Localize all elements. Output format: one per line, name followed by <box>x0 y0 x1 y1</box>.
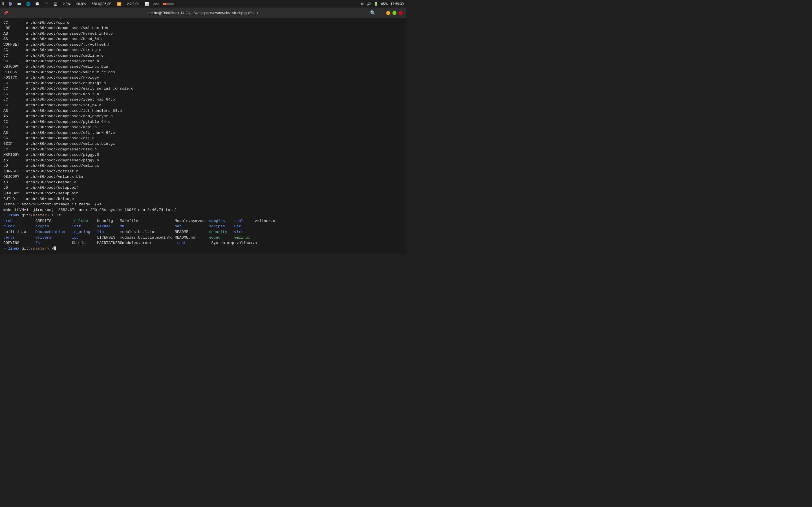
build-line: AS arch/x86/boot/compressed/idt_handlers… <box>3 108 403 114</box>
build-cmd: LD <box>3 163 26 169</box>
ls-row: block crypto init kernel mm net scripts … <box>3 224 403 229</box>
ls-item: mm <box>120 224 174 228</box>
ls-item: drivers <box>35 235 72 240</box>
ls-item: LICENSES <box>97 235 120 240</box>
build-cmd: LD <box>3 185 26 191</box>
ls-item: modules.builtin.modinfo <box>120 235 174 240</box>
build-cmd: MKPIGGY <box>3 152 26 158</box>
build-cmd: GZIP <box>3 141 26 147</box>
ls-item: modules.builtin <box>120 230 174 234</box>
search-icon[interactable]: 🔍 <box>370 10 376 15</box>
build-line: CC arch/x86/boot/compressed/early_serial… <box>3 86 403 92</box>
ls-item: COPYING <box>3 241 35 245</box>
build-line: LD arch/x86/boot/compressed/vmlinux <box>3 163 403 169</box>
volume-icon[interactable]: 🔊 <box>367 2 371 6</box>
prompt-arrow-2: ➜ <box>3 246 6 251</box>
terminal-icon[interactable]: ⌨️ <box>17 1 22 6</box>
prompt-arrow: ➜ <box>3 213 6 217</box>
activity-icon[interactable]: 📊 <box>144 1 149 6</box>
app-icon[interactable]: 📱 <box>44 1 49 6</box>
ls-item: Module.symvers <box>175 219 209 223</box>
ls-item: built-in.a <box>3 230 35 234</box>
build-path: arch/x86/boot/compressed/acpi.o <box>26 125 97 129</box>
disk-label: disk <box>153 2 159 6</box>
disk-bar <box>163 3 174 5</box>
more-icon[interactable]: ··· <box>379 10 383 15</box>
build-cmd: ZOFFSET <box>3 169 26 174</box>
disk-fill <box>163 3 166 5</box>
cpu-stat: 2.0% <box>62 2 71 6</box>
build-path: arch/x86/boot/compressed/vmlinux.bin.gz <box>26 142 115 146</box>
window-controls <box>386 11 403 15</box>
build-cmd: AS <box>3 114 26 119</box>
ls-item: ipc <box>72 235 97 240</box>
build-path: arch/x86/boot/compressed/kaslr.o <box>26 92 99 96</box>
prompt-git-close: ) <box>47 213 49 217</box>
battery-icon[interactable]: 🔋 <box>374 2 378 6</box>
ls-item: samples <box>209 219 234 223</box>
ls-item: README.md <box>175 235 209 240</box>
build-path: arch/x86/boot/compressed/error.o <box>26 59 99 63</box>
build-line: CC arch/x86/boot/compressed/kaslr.o <box>3 92 403 97</box>
build-path: arch/x86/boot/header.o <box>26 180 76 184</box>
build-path: arch/x86/boot/setup.bin <box>26 191 79 195</box>
ls-item: vmlinux.o <box>255 219 277 223</box>
finder-icon[interactable]: 🔮 <box>8 1 13 6</box>
build-path: arch/x86/boot/compressed/early_serial_co… <box>26 87 133 91</box>
ls-item: Makefile <box>120 219 174 223</box>
prompt-git: git:( <box>22 213 33 217</box>
terminal-content[interactable]: CPUSTR arch/x86/boot/cpustr.hCC arch/x86… <box>0 18 406 253</box>
build-cmd: CC <box>3 124 26 130</box>
build-line: AS arch/x86/boot/compressed/piggy.o <box>3 158 403 163</box>
ls-item: README <box>175 230 209 234</box>
wechat-icon[interactable]: 💬 <box>35 1 40 6</box>
terminal-titlebar: 📌 jassim@ThinkBook-14-G4:~/workspace/own… <box>0 8 406 18</box>
ls-item: kernel <box>97 224 120 228</box>
build-cmd: CC <box>3 97 26 103</box>
prompt-host-2: linux <box>8 246 19 251</box>
ls-item: block <box>3 224 35 228</box>
build-path: arch/x86/boot/bzImage <box>26 197 74 201</box>
ls-item: rust <box>177 241 211 245</box>
build-line: VOFFSET arch/x86/boot/compressed/../voff… <box>3 42 403 48</box>
build-cmd: CC <box>3 92 26 97</box>
monitor-icon[interactable]: 🖥️ <box>53 1 58 6</box>
build-cmd: CC <box>3 147 26 152</box>
build-path: arch/x86/boot/compressed/vmlinux <box>26 164 99 168</box>
build-line: CC arch/x86/boot/compressed/acpi.o <box>3 124 403 130</box>
close-button[interactable] <box>399 11 403 15</box>
build-line: CC arch/x86/boot/compressed/ident_map_64… <box>3 97 403 103</box>
minimize-button[interactable] <box>386 11 390 15</box>
build-line: AS arch/x86/boot/compressed/efi_thunk_64… <box>3 130 403 136</box>
build-path: arch/x86/boot/compressed/string.o <box>26 48 101 52</box>
build-line: AS arch/x86/boot/compressed/kernel_info.… <box>3 31 403 37</box>
ls-item: scripts <box>209 224 234 228</box>
ls-row: COPYING fs Kbuild MAINTAINERSmodules.ord… <box>3 240 403 246</box>
build-line: BUILD arch/x86/boot/bzImage <box>3 196 403 202</box>
wifi-speed: 2.2|0.0K <box>126 2 140 6</box>
build-path: arch/x86/boot/compressed/vmlinux.lds <box>26 26 108 30</box>
screen-icon[interactable]: 🖥 <box>361 2 364 6</box>
build-line: MKPIGGY arch/x86/boot/compressed/piggy.S <box>3 152 403 158</box>
build-path: arch/x86/boot/compressed/mkpiggy <box>26 75 99 80</box>
ls-row: certs drivers ipc LICENSES modules.built… <box>3 235 403 240</box>
ls-item: net <box>175 224 209 228</box>
build-cmd: CC <box>3 80 26 86</box>
build-path: arch/x86/boot/zoffset.h <box>26 169 79 173</box>
build-line: CC arch/x86/boot/cpu.o <box>3 20 403 25</box>
prompt-branch-2: master <box>33 246 47 251</box>
maximize-button[interactable] <box>393 11 396 15</box>
prompt-line-1: ➜ linux git:(master) ✗ ls <box>3 213 403 218</box>
build-cmd: CC <box>3 86 26 92</box>
build-path: arch/x86/boot/compressed/efi.o <box>26 136 94 140</box>
menubar-right: 🖥 🔊 🔋 65% 17:59:39 <box>361 2 404 6</box>
ls-item: modules.order <box>122 241 177 245</box>
build-cmd: OBJCOPY <box>3 64 26 69</box>
prompt-branch: master <box>33 213 47 217</box>
prompt-git-close-2: ) <box>47 246 49 251</box>
prompt-cmd-2: ✗ <box>51 246 54 251</box>
chrome-icon[interactable]: 🌐 <box>26 1 31 6</box>
build-cmd: AS <box>3 31 26 37</box>
build-path: arch/x86/boot/vmlinux.bin <box>26 175 83 179</box>
build-line: CC arch/x86/boot/compressed/error.o <box>3 59 403 64</box>
